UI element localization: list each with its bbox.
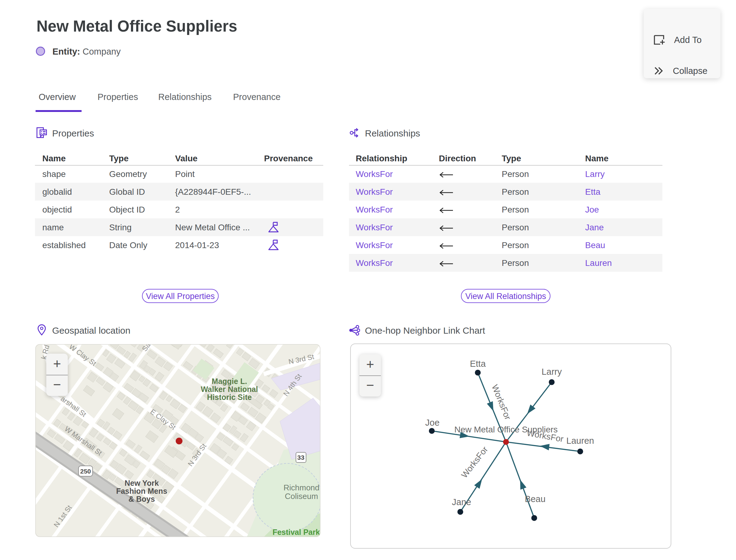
svg-text:Historic Site: Historic Site bbox=[207, 393, 252, 401]
svg-text:New York: New York bbox=[125, 479, 159, 487]
svg-text:Etta: Etta bbox=[470, 359, 486, 369]
svg-text:Joe: Joe bbox=[425, 418, 440, 428]
svg-text:Fashion Mens: Fashion Mens bbox=[116, 487, 167, 495]
svg-text:Walker National: Walker National bbox=[201, 385, 258, 393]
svg-text:Beau: Beau bbox=[525, 494, 546, 504]
svg-text:Lauren: Lauren bbox=[566, 436, 594, 446]
svg-text:33: 33 bbox=[297, 454, 304, 461]
svg-text:WorksFor: WorksFor bbox=[490, 383, 513, 421]
svg-text:250: 250 bbox=[80, 468, 91, 475]
svg-text:Jane: Jane bbox=[452, 497, 471, 507]
svg-text:Festival Park: Festival Park bbox=[273, 528, 320, 536]
svg-text:Larry: Larry bbox=[542, 367, 562, 377]
svg-text:Maggie L.: Maggie L. bbox=[212, 377, 247, 385]
svg-text:& Boys: & Boys bbox=[128, 495, 155, 503]
svg-text:Richmond: Richmond bbox=[283, 483, 319, 492]
svg-text:Coliseum: Coliseum bbox=[285, 492, 318, 501]
